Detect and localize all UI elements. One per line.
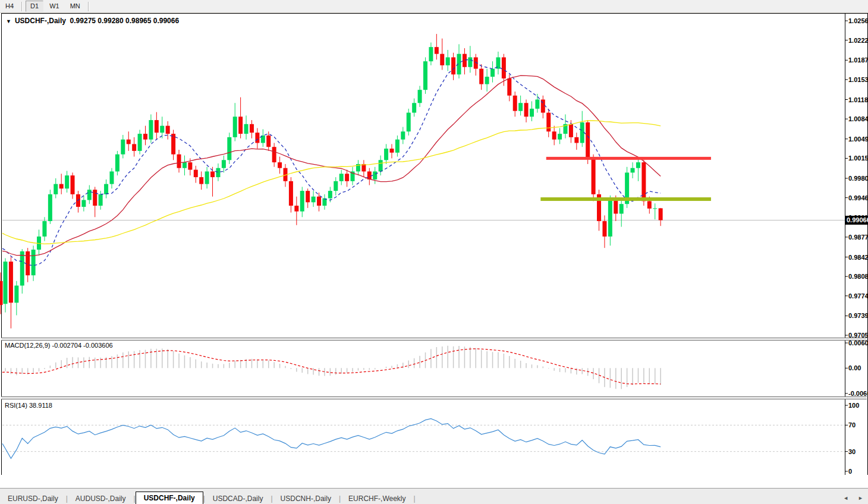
bear-candle: [502, 57, 506, 78]
bear-candle: [127, 140, 131, 144]
price-tick-label: 1.01530: [848, 76, 868, 83]
bear-candle: [278, 162, 282, 168]
bull-candle: [608, 200, 612, 236]
bear-candle: [71, 175, 75, 194]
bull-candle: [160, 126, 164, 133]
resistance-line[interactable]: [546, 157, 711, 160]
chart-title: ▼USDCHF-,Daily 0.99275 0.99280 0.98965 0…: [6, 17, 179, 25]
bear-candle: [250, 124, 254, 133]
bull-candle: [631, 168, 635, 173]
bear-candle: [345, 174, 349, 181]
bear-candle: [289, 181, 293, 206]
bull-candle: [81, 200, 86, 207]
bull-candle: [636, 162, 640, 168]
bull-candle: [535, 100, 539, 109]
chart-tab-eurusd[interactable]: EURUSD-,Daily: [0, 493, 66, 504]
price-tick-label: 1.01180: [848, 96, 868, 103]
bear-candle: [389, 149, 394, 153]
bull-candle: [328, 191, 332, 198]
bear-candle: [317, 197, 321, 206]
ma-21-line[interactable]: [2, 75, 661, 256]
bull-candle: [518, 103, 523, 111]
rsi-indicator-label: RSI(14) 38.9118: [5, 402, 52, 409]
bear-candle: [659, 208, 663, 220]
bull-candle: [412, 103, 416, 112]
price-tick-label: 1.02560: [848, 17, 868, 24]
bull-candle: [619, 204, 624, 213]
bear-candle: [479, 69, 483, 84]
bull-candle: [384, 149, 388, 160]
bull-candle: [395, 140, 400, 153]
bear-candle: [171, 134, 175, 155]
macd-values: -0.002704 -0.003606: [52, 342, 112, 349]
chart-tab-audusd[interactable]: AUDUSD-,Daily: [68, 493, 134, 504]
price-tick-label: 0.98080: [848, 273, 868, 280]
bull-candle: [339, 174, 344, 181]
bull-candle: [138, 134, 142, 151]
bear-candle: [132, 144, 136, 151]
bull-candle: [653, 208, 657, 209]
macd-tick-label: 0.006058: [848, 339, 868, 346]
bull-candle: [121, 140, 125, 155]
chart-tab-usdchf[interactable]: USDCHF-,Daily: [136, 492, 203, 504]
bull-candle: [115, 155, 119, 172]
bull-candle: [485, 77, 489, 84]
macd-tick-label: -0.006096: [848, 390, 868, 397]
bull-candle: [468, 57, 472, 67]
bull-candle: [530, 109, 534, 116]
price-tick-label: 1.02220: [848, 37, 868, 44]
bear-candle: [614, 200, 618, 213]
chart-dropdown-icon[interactable]: ▼: [6, 18, 11, 24]
price-chart-canvas[interactable]: [0, 0, 868, 504]
bull-candle: [87, 190, 92, 200]
price-tick-label: 1.00840: [848, 115, 868, 122]
rsi-tick-label: 30: [848, 448, 856, 455]
bear-candle: [0, 281, 3, 305]
bear-candle: [524, 103, 529, 116]
bear-candle: [435, 47, 439, 54]
chart-tab-eurchf[interactable]: EURCHF-,Weekly: [341, 493, 413, 504]
bear-candle: [440, 54, 444, 65]
bull-candle: [205, 171, 209, 184]
price-tick-label: 0.99460: [848, 194, 868, 201]
chart-tab-usdcnh[interactable]: USDCNH-,Daily: [273, 493, 339, 504]
bear-candle: [59, 184, 64, 189]
bull-candle: [20, 251, 24, 286]
rsi-value: 38.9118: [29, 402, 52, 409]
bear-candle: [166, 126, 170, 134]
tab-scroll-right-icon[interactable]: ►: [858, 494, 863, 502]
pane-separator-rsi[interactable]: [1, 396, 867, 399]
ma-8-line[interactable]: [2, 59, 661, 266]
bear-candle: [647, 201, 652, 208]
bear-candle: [574, 137, 578, 143]
tab-scroll-left-icon[interactable]: ◄: [843, 494, 848, 502]
bear-candle: [238, 116, 243, 134]
bull-candle: [54, 184, 58, 194]
chart-ohlc-values: 0.99275 0.99280 0.98965 0.99066: [70, 17, 180, 25]
rsi-line: [2, 419, 661, 459]
axis-divider: [845, 13, 845, 475]
bear-candle: [199, 177, 203, 184]
pane-separator-macd[interactable]: [1, 338, 867, 341]
bull-candle: [446, 57, 450, 65]
bear-candle: [592, 158, 596, 194]
date-axis[interactable]: 8 Jan 201917 Jan 201927 Jan 20195 Feb 20…: [0, 475, 868, 488]
support-line[interactable]: [540, 197, 711, 201]
chart-symbol-period: USDCHF-,Daily: [15, 17, 66, 25]
bear-candle: [513, 96, 517, 111]
bull-candle: [149, 120, 153, 140]
bear-candle: [294, 206, 298, 212]
rsi-tick-label: 70: [848, 421, 856, 429]
bull-candle: [244, 124, 249, 134]
bull-candle: [379, 160, 383, 171]
macd-tick-label: 0.00: [848, 364, 861, 371]
rsi-name: RSI(14): [5, 402, 27, 409]
bull-candle: [490, 69, 495, 77]
macd-name: MACD(12,26,9): [5, 342, 50, 349]
macd-signal-line: [2, 349, 661, 384]
bear-candle: [266, 136, 271, 147]
price-tick-label: 1.00490: [848, 136, 868, 143]
chart-tab-usdcad[interactable]: USDCAD-,Daily: [205, 493, 271, 504]
bull-candle: [216, 168, 220, 177]
bull-candle: [65, 175, 69, 188]
